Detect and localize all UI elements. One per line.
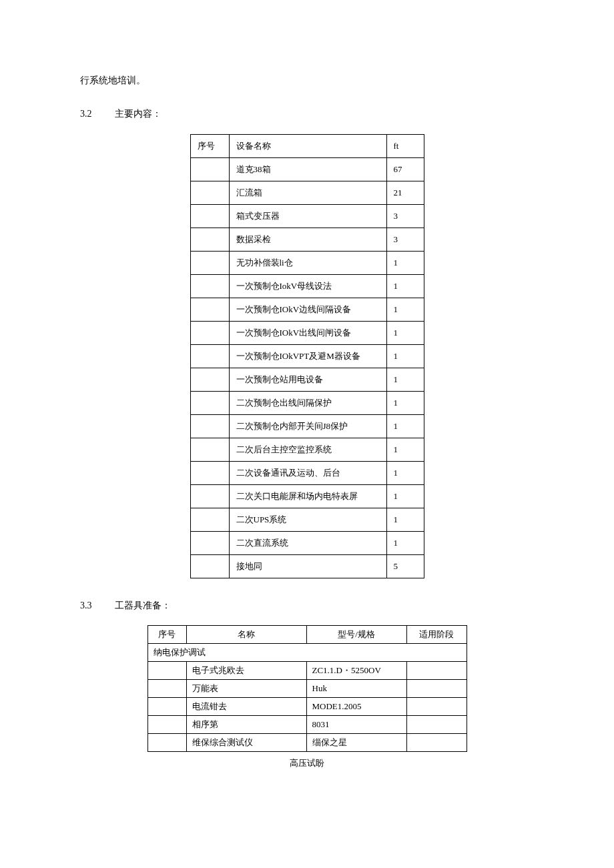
section-3-3-heading: 3.3 工器具准备： bbox=[80, 598, 534, 613]
cell-name: 汇流箱 bbox=[229, 181, 386, 204]
below-tools-label: 高压试盼 bbox=[80, 757, 534, 769]
cell-seq bbox=[147, 698, 186, 716]
cell-seq bbox=[190, 531, 229, 554]
cell-seq bbox=[190, 391, 229, 414]
cell-seq bbox=[147, 716, 186, 734]
cell-seq bbox=[190, 461, 229, 484]
cell-seq bbox=[190, 181, 229, 204]
table-row: 一次预制仓IOkV出线间闸设备1 bbox=[190, 321, 424, 344]
table-row: 接地同5 bbox=[190, 554, 424, 578]
tools-table-body: 电子式兆欧去ZC1.1.D・5250OV万能表Huk电流钳去MODE1.2005… bbox=[147, 662, 467, 752]
cell-count: 3 bbox=[386, 204, 424, 228]
cell-name: 二次设备通讯及运动、后台 bbox=[229, 461, 386, 484]
cell-name: 万能表 bbox=[186, 680, 306, 698]
cell-name: 相序第 bbox=[186, 716, 306, 734]
cell-seq bbox=[147, 734, 186, 752]
cell-model: Huk bbox=[306, 680, 406, 698]
cell-stage bbox=[406, 662, 467, 680]
tools-table: 序号 名称 型号/规格 适用阶段 纳电保护调试 电子式兆欧去ZC1.1.D・52… bbox=[147, 625, 467, 752]
table-row: 汇流箱21 bbox=[190, 181, 424, 204]
cell-seq bbox=[190, 298, 229, 321]
cell-count: 1 bbox=[386, 438, 424, 461]
table-row: 数据采检3 bbox=[190, 228, 424, 251]
section-3-3-num: 3.3 bbox=[80, 598, 112, 613]
table-row: 一次预制仓IOkVPT及避M器设备1 bbox=[190, 344, 424, 368]
cell-seq bbox=[190, 321, 229, 344]
table-row: 电流钳去MODE1.2005 bbox=[147, 698, 467, 716]
cell-seq bbox=[190, 228, 229, 251]
cell-count: 1 bbox=[386, 368, 424, 391]
cell-name: 二次关口电能屏和场内电特表屏 bbox=[229, 484, 386, 508]
cell-name: 二次UPS系统 bbox=[229, 508, 386, 531]
cell-name: 一次预制仓IOkVPT及避M器设备 bbox=[229, 344, 386, 368]
equipment-table-wrap: 序号 设备名称 ft 道克38箱67汇流箱21箱式变压器3数据采检3无功补偿装l… bbox=[80, 134, 534, 578]
cell-count: 1 bbox=[386, 484, 424, 508]
cell-model: 缁保之星 bbox=[306, 734, 406, 752]
cell-name: 二次直流系统 bbox=[229, 531, 386, 554]
cell-seq bbox=[190, 414, 229, 438]
table-row: 二次直流系统1 bbox=[190, 531, 424, 554]
cell-seq bbox=[190, 157, 229, 181]
table-group-row: 纳电保护调试 bbox=[147, 644, 467, 662]
cell-name: 二次预制仓出线间隔保护 bbox=[229, 391, 386, 414]
cell-stage bbox=[406, 734, 467, 752]
cell-name: 二次预制仓内部开关间J8保护 bbox=[229, 414, 386, 438]
col-ft-header: ft bbox=[386, 134, 424, 157]
table-row: 二次预制仓内部开关间J8保护1 bbox=[190, 414, 424, 438]
cell-count: 1 bbox=[386, 344, 424, 368]
cell-count: 3 bbox=[386, 228, 424, 251]
cell-name: 二次后台主控空监控系统 bbox=[229, 438, 386, 461]
table-row: 维保综合测试仪缁保之星 bbox=[147, 734, 467, 752]
table-row: 一次预制仓站用电设备1 bbox=[190, 368, 424, 391]
cell-model: 8031 bbox=[306, 716, 406, 734]
cell-seq bbox=[190, 368, 229, 391]
col-stage-header: 适用阶段 bbox=[406, 626, 467, 644]
equipment-table-body: 道克38箱67汇流箱21箱式变压器3数据采检3无功补偿装li仓1一次预制仓Iok… bbox=[190, 157, 424, 578]
cell-count: 1 bbox=[386, 251, 424, 274]
cell-seq bbox=[147, 680, 186, 698]
cell-seq bbox=[147, 662, 186, 680]
cell-name: 维保综合测试仪 bbox=[186, 734, 306, 752]
cell-seq bbox=[190, 251, 229, 274]
intro-text: 行系统地培训。 bbox=[80, 75, 145, 85]
table-header-row: 序号 设备名称 ft bbox=[190, 134, 424, 157]
table-row: 道克38箱67 bbox=[190, 157, 424, 181]
section-3-2-title: 主要内容： bbox=[115, 109, 162, 119]
cell-stage bbox=[406, 680, 467, 698]
col-name-header: 设备名称 bbox=[229, 134, 386, 157]
table-row: 二次关口电能屏和场内电特表屏1 bbox=[190, 484, 424, 508]
table-row: 二次UPS系统1 bbox=[190, 508, 424, 531]
table-row: 二次设备通讯及运动、后台1 bbox=[190, 461, 424, 484]
cell-name: 箱式变压器 bbox=[229, 204, 386, 228]
table-row: 一次预制仓IokV母线设法1 bbox=[190, 274, 424, 298]
cell-count: 1 bbox=[386, 391, 424, 414]
cell-name: 电子式兆欧去 bbox=[186, 662, 306, 680]
cell-seq bbox=[190, 508, 229, 531]
cell-model: MODE1.2005 bbox=[306, 698, 406, 716]
intro-paragraph: 行系统地培训。 bbox=[80, 73, 534, 88]
cell-name: 电流钳去 bbox=[186, 698, 306, 716]
cell-name: 接地同 bbox=[229, 554, 386, 578]
cell-count: 21 bbox=[386, 181, 424, 204]
group-label: 纳电保护调试 bbox=[147, 644, 467, 662]
cell-model: ZC1.1.D・5250OV bbox=[306, 662, 406, 680]
cell-count: 1 bbox=[386, 298, 424, 321]
equipment-table: 序号 设备名称 ft 道克38箱67汇流箱21箱式变压器3数据采检3无功补偿装l… bbox=[190, 134, 424, 578]
table-row: 电子式兆欧去ZC1.1.D・5250OV bbox=[147, 662, 467, 680]
cell-seq bbox=[190, 204, 229, 228]
cell-count: 1 bbox=[386, 274, 424, 298]
cell-name: 一次预制仓IokV母线设法 bbox=[229, 274, 386, 298]
section-3-3-title: 工器具准备： bbox=[115, 600, 171, 610]
cell-name: 无功补偿装li仓 bbox=[229, 251, 386, 274]
cell-count: 5 bbox=[386, 554, 424, 578]
tools-table-wrap: 序号 名称 型号/规格 适用阶段 纳电保护调试 电子式兆欧去ZC1.1.D・52… bbox=[80, 625, 534, 752]
table-row: 无功补偿装li仓1 bbox=[190, 251, 424, 274]
cell-count: 1 bbox=[386, 461, 424, 484]
table-row: 万能表Huk bbox=[147, 680, 467, 698]
cell-count: 1 bbox=[386, 508, 424, 531]
cell-name: 道克38箱 bbox=[229, 157, 386, 181]
cell-seq bbox=[190, 344, 229, 368]
cell-count: 67 bbox=[386, 157, 424, 181]
cell-seq bbox=[190, 554, 229, 578]
table-row: 二次后台主控空监控系统1 bbox=[190, 438, 424, 461]
